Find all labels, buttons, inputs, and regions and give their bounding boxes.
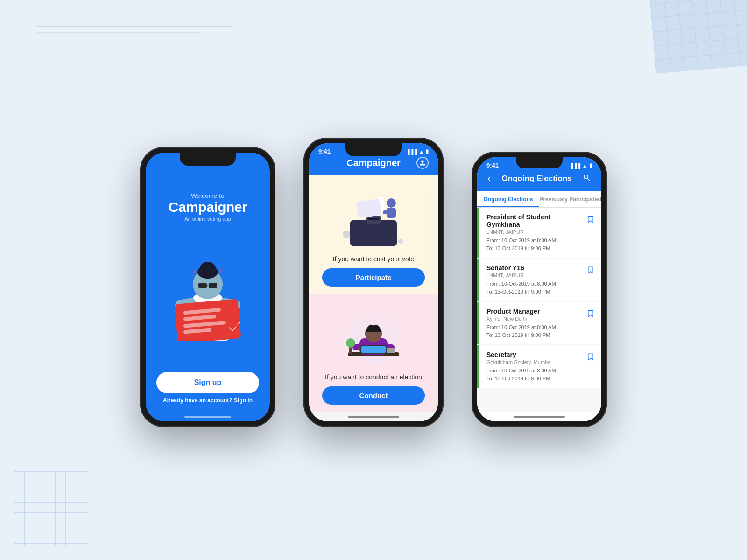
- status-time-2: 9:41: [318, 148, 331, 155]
- svg-rect-35: [361, 346, 386, 353]
- back-button-3[interactable]: ‹: [484, 171, 494, 187]
- tabs-3: Ongoing Elections Previously Participate…: [477, 191, 601, 208]
- home-bar-3: [514, 416, 565, 418]
- election-item-0[interactable]: President of Student Gymkhana LNMIIT, JA…: [477, 208, 601, 258]
- welcome-text: Welcome to: [169, 192, 247, 199]
- bg-decoration-line-2: [37, 32, 201, 33]
- card2-text: If you want to conduct an election: [325, 373, 422, 381]
- signal-icon-3: ▐▐▐: [570, 163, 580, 168]
- election-location-1: LNMIIT, JAIPUR: [486, 273, 583, 278]
- status-icons-2: ▐▐▐ ▲ ▮: [406, 148, 429, 154]
- home-indicator-2: [309, 412, 438, 421]
- bookmark-icon-2[interactable]: [586, 308, 595, 321]
- notch-3: [516, 157, 563, 168]
- election-location-3: Gokuldham Society, Mumbai: [486, 359, 583, 365]
- user-icon-2[interactable]: [416, 157, 429, 169]
- card-vote: If you want to cast your vote Participat…: [309, 175, 438, 294]
- svg-point-37: [346, 338, 355, 348]
- election-item-3[interactable]: Secretary Gokuldham Society, Mumbai From…: [477, 345, 601, 388]
- screen-elections: 9:41 ▐▐▐ ▲ ▮ ‹ Ongoing Elections: [477, 157, 601, 421]
- battery-icon-3: ▮: [589, 162, 592, 168]
- bg-decoration-grid-bottom-left: [14, 471, 89, 546]
- svg-rect-20: [368, 218, 379, 220]
- hero-svg-1: ! !: [161, 229, 254, 341]
- card-conduct: If you want to conduct an election Condu…: [309, 294, 438, 413]
- svg-text:!: !: [194, 269, 196, 277]
- screen-home: 9:41 ▐▐▐ ▲ ▮ Campaigner: [309, 143, 438, 421]
- svg-point-27: [398, 239, 403, 244]
- card1-text: If you want to cast your vote: [333, 255, 414, 263]
- phone-2-screen: 9:41 ▐▐▐ ▲ ▮ Campaigner: [309, 143, 438, 421]
- svg-rect-6: [198, 283, 207, 288]
- participate-button[interactable]: Participate: [322, 268, 425, 287]
- conduct-svg: [336, 308, 411, 369]
- election-date-0: From: 10-Oct-2019 at 8:00 AMTo: 13-Oct-2…: [486, 237, 583, 252]
- bookmark-icon-3[interactable]: [586, 352, 595, 364]
- election-info-3: Secretary Gokuldham Society, Mumbai From…: [486, 351, 583, 382]
- svg-text:!: !: [220, 267, 222, 275]
- home-indicator-1: [184, 416, 231, 418]
- election-date-2: From: 10-Oct-2019 at 8:00 AMTo: 13-Oct-2…: [486, 323, 583, 339]
- phone-1: 9:41 ▐▐▐ ▲ ▮ Welcome to Campaigner An on…: [140, 147, 275, 427]
- svg-rect-22: [356, 198, 381, 218]
- election-item-2[interactable]: Product Manager Xylino, New Delhi From: …: [477, 302, 601, 344]
- app-title-2: Campaigner: [331, 158, 416, 168]
- vote-illustration: [336, 190, 411, 251]
- phone-3: 9:41 ▐▐▐ ▲ ▮ ‹ Ongoing Elections: [472, 152, 607, 427]
- elections-list: President of Student Gymkhana LNMIIT, JA…: [477, 208, 601, 412]
- conduct-button[interactable]: Conduct: [322, 386, 425, 405]
- wifi-icon-2: ▲: [419, 149, 424, 154]
- election-location-2: Xylino, New Delhi: [486, 316, 583, 322]
- header-2: Campaigner: [309, 157, 438, 175]
- election-info-2: Product Manager Xylino, New Delhi From: …: [486, 308, 583, 339]
- election-info-0: President of Student Gymkhana LNMIIT, JA…: [486, 213, 583, 252]
- election-name-3: Secretary: [486, 351, 583, 358]
- election-location-0: LNMIIT, JAIPUR: [486, 229, 583, 235]
- bookmark-icon-1[interactable]: [586, 265, 595, 278]
- svg-point-23: [387, 198, 396, 208]
- header-title-3: Ongoing Elections: [494, 174, 579, 183]
- election-item-1[interactable]: Senator Y16 LNMIIT, JAIPUR From: 10-Oct-…: [477, 259, 601, 301]
- tab-ongoing[interactable]: Ongoing Elections: [477, 191, 539, 207]
- notch-2: [345, 143, 402, 156]
- phone-1-screen: 9:41 ▐▐▐ ▲ ▮ Welcome to Campaigner An on…: [146, 153, 270, 421]
- election-date-1: From: 10-Oct-2019 at 8:00 AMTo: 13-Oct-2…: [486, 280, 583, 295]
- app-subtitle-1: An online voting app: [169, 216, 247, 222]
- svg-point-5: [197, 266, 218, 279]
- svg-point-26: [343, 231, 350, 238]
- svg-rect-18: [350, 220, 397, 246]
- status-time-3: 9:41: [486, 162, 499, 169]
- conduct-illustration: [336, 308, 411, 369]
- signin-link: Already have an account? Sign in: [163, 397, 253, 404]
- vote-svg: [336, 190, 411, 251]
- search-button-3[interactable]: [579, 172, 595, 186]
- bookmark-icon-0[interactable]: [586, 214, 595, 227]
- wifi-icon-3: ▲: [582, 163, 587, 168]
- signal-icon-2: ▐▐▐: [406, 149, 417, 154]
- bg-decoration-grid-top-right: [649, 0, 747, 74]
- svg-rect-7: [209, 283, 217, 288]
- phone-2: 9:41 ▐▐▐ ▲ ▮ Campaigner: [303, 138, 444, 427]
- tab-previously[interactable]: Previously Participated: [539, 191, 601, 207]
- election-date-3: From: 10-Oct-2019 at 8:00 AMTo: 13-Oct-2…: [486, 367, 583, 382]
- battery-icon-2: ▮: [426, 148, 429, 154]
- svg-rect-25: [383, 210, 389, 214]
- card-section: If you want to cast your vote Participat…: [309, 175, 438, 412]
- signup-button[interactable]: Sign up: [156, 372, 259, 393]
- election-name-2: Product Manager: [486, 308, 583, 315]
- signin-action[interactable]: Sign in: [234, 397, 253, 404]
- election-name-1: Senator Y16: [486, 264, 583, 272]
- hero-illustration-1: ! !: [161, 229, 254, 341]
- screen-welcome: 9:41 ▐▐▐ ▲ ▮ Welcome to Campaigner An on…: [146, 153, 270, 421]
- election-name-0: President of Student Gymkhana: [486, 213, 583, 228]
- notch-1: [180, 153, 236, 166]
- election-info-1: Senator Y16 LNMIIT, JAIPUR From: 10-Oct-…: [486, 264, 583, 295]
- header-3: ‹ Ongoing Elections: [477, 171, 601, 191]
- home-bar-2: [348, 416, 399, 418]
- phones-container: 9:41 ▐▐▐ ▲ ▮ Welcome to Campaigner An on…: [140, 147, 607, 427]
- app-title-1: Campaigner: [169, 199, 247, 215]
- bg-decoration-line-1: [37, 26, 233, 27]
- svg-rect-38: [387, 348, 395, 353]
- status-icons-3: ▐▐▐ ▲ ▮: [570, 162, 592, 168]
- home-indicator-3: [477, 412, 601, 421]
